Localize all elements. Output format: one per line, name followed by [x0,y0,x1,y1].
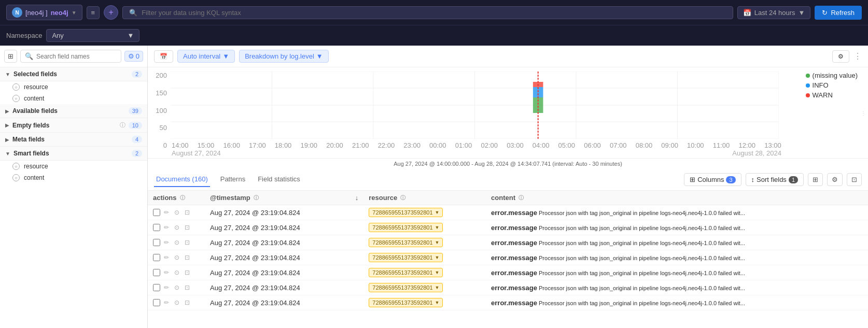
row-share-button[interactable]: ⊡ [183,298,191,307]
time-0500: 05:00 [558,141,576,149]
top-bar: N [neo4j ] neo4j ▼ ≡ + 🔍 📅 Last 24 hours… [0,0,868,25]
row-share-button[interactable]: ⊡ [183,223,191,232]
kql-search-bar[interactable]: 🔍 [122,6,733,19]
kql-input[interactable] [142,9,726,17]
view-settings-button[interactable]: ⊡ [847,173,862,186]
time-2100: 21:00 [352,141,369,149]
row-edit-button[interactable]: ✏ [162,253,171,262]
row-inspect-button[interactable]: ⊙ [173,268,181,277]
main-layout: ⊞ 🔍 ⚙ 0 ▼ Selected fields 2 ○ resource ○… [0,46,868,328]
field-name-resource: resource [24,83,48,91]
th-timestamp[interactable]: @timestamp ⓘ [205,191,350,205]
field-search-input[interactable] [36,53,117,60]
smart-fields-label: Smart fields [13,150,129,157]
interval-button[interactable]: Auto interval ▼ [177,50,235,63]
resource-badge[interactable]: 7288659551373592801 ▼ [369,238,443,247]
table-scroll[interactable]: actions ⓘ @timestamp ⓘ ↓ resource ⓘ cont… [148,191,868,328]
tab-documents[interactable]: Documents (160) [154,172,210,187]
row-checkbox[interactable] [153,299,160,306]
columns-button[interactable]: ⊞ Columns 3 [684,173,741,186]
th-resource[interactable]: resource ⓘ [363,191,486,205]
field-item-content-smart[interactable]: ○ content [0,172,147,183]
empty-fields-section[interactable]: ▶ Empty fields ⓘ 10 [0,118,147,133]
field-item-content-selected[interactable]: ○ content [0,93,147,104]
view-grid-button[interactable]: ⚙ [827,173,843,186]
time-0200: 02:00 [481,141,498,149]
row-inspect-button[interactable]: ⊙ [173,223,181,232]
chart-legend: (missing value) INFO WARN [806,72,858,99]
row-content-cell: error.message Processor json with tag js… [486,280,868,295]
field-item-resource-smart[interactable]: ○ resource [0,161,147,172]
chart-side-menu: ⋮ [861,110,866,116]
time-1600: 16:00 [223,141,240,149]
resource-badge[interactable]: 7288659551373592801 ▼ [369,208,443,217]
row-checkbox[interactable] [153,254,160,261]
calendar-chart-button[interactable]: 📅 [154,50,173,63]
time-0900: 09:00 [661,141,678,149]
selected-fields-section[interactable]: ▼ Selected fields 2 [0,67,147,81]
row-inspect-button[interactable]: ⊙ [173,253,181,262]
field-search-bar[interactable]: 🔍 [20,50,121,63]
breakdown-button[interactable]: Breakdown by log.level ▼ [239,50,329,63]
chart-menu-button[interactable]: ⋮ [853,51,862,61]
app-selector[interactable]: N [neo4j ] neo4j ▼ [6,5,82,20]
tab-field-statistics[interactable]: Field statistics [256,172,302,187]
meta-fields-section[interactable]: ▶ Meta fields 4 [0,133,147,147]
row-resource-cell: 7288659551373592801 ▼ [363,250,486,265]
resource-badge[interactable]: 7288659551373592801 ▼ [369,268,443,277]
row-checkbox[interactable] [153,284,160,291]
field-item-resource-selected[interactable]: ○ resource [0,81,147,93]
table-row: ✏ ⊙ ⊡ Aug 27, 2024 @ 23:19:04.824 728865… [148,235,868,250]
add-button[interactable]: + [104,5,118,20]
th-sort-indicator[interactable]: ↓ [350,191,364,205]
row-indicator-cell [350,280,364,295]
toggle-panel-button[interactable]: ⊞ [4,50,17,63]
row-edit-button[interactable]: ✏ [162,223,171,232]
smart-chevron-icon: ▼ [5,151,10,156]
row-checkbox[interactable] [153,224,160,231]
time-1800: 18:00 [275,141,292,149]
available-fields-section[interactable]: ▶ Available fields 39 [0,104,147,118]
resource-badge[interactable]: 7288659551373592801 ▼ [369,283,443,292]
sort-fields-button[interactable]: ↕ Sort fields 1 [746,173,804,186]
view-table-button[interactable]: ⊞ [808,173,823,186]
th-resource-info-icon: ⓘ [400,194,405,202]
legend-dot-info [806,83,810,88]
row-edit-button[interactable]: ✏ [162,283,171,292]
row-share-button[interactable]: ⊡ [183,253,191,262]
refresh-button[interactable]: ↻ Refresh [815,6,862,20]
smart-field-name-content: content [24,174,44,181]
row-inspect-button[interactable]: ⊙ [173,238,181,247]
resource-badge[interactable]: 7288659551373592801 ▼ [369,298,443,307]
namespace-select[interactable]: Any ▼ [46,29,139,42]
row-share-button[interactable]: ⊡ [183,208,191,217]
row-checkbox[interactable] [153,239,160,246]
time-picker[interactable]: 📅 Last 24 hours ▼ [737,6,811,19]
row-actions-cell: ✏ ⊙ ⊡ [148,295,205,310]
row-edit-button[interactable]: ✏ [162,298,171,307]
empty-chevron-icon: ▶ [5,122,9,128]
chart-settings-button[interactable]: ⚙ [832,50,849,63]
row-checkbox[interactable] [153,269,160,276]
row-inspect-button[interactable]: ⊙ [173,208,181,217]
row-share-button[interactable]: ⊡ [183,283,191,292]
th-content[interactable]: content ⓘ [486,191,868,205]
row-edit-button[interactable]: ✏ [162,208,171,217]
row-edit-button[interactable]: ✏ [162,238,171,247]
right-panel: 📅 Auto interval ▼ Breakdown by log.level… [148,46,868,328]
row-actions-cell: ✏ ⊙ ⊡ [148,205,205,220]
row-inspect-button[interactable]: ⊙ [173,283,181,292]
date-aug27: August 27, 2024 [172,149,221,157]
row-share-button[interactable]: ⊡ [183,238,191,247]
filter-button[interactable]: ≡ [87,6,100,19]
row-checkbox[interactable] [153,209,160,216]
resource-badge[interactable]: 7288659551373592801 ▼ [369,253,443,262]
row-inspect-button[interactable]: ⊙ [173,298,181,307]
row-share-button[interactable]: ⊡ [183,268,191,277]
row-edit-button[interactable]: ✏ [162,268,171,277]
filter-badge[interactable]: ⚙ 0 [124,51,143,62]
tab-patterns[interactable]: Patterns [218,172,247,187]
resource-badge[interactable]: 7288659551373592801 ▼ [369,223,443,232]
smart-fields-section[interactable]: ▼ Smart fields 2 [0,147,147,161]
namespace-bar: Namespace Any ▼ [0,25,868,46]
